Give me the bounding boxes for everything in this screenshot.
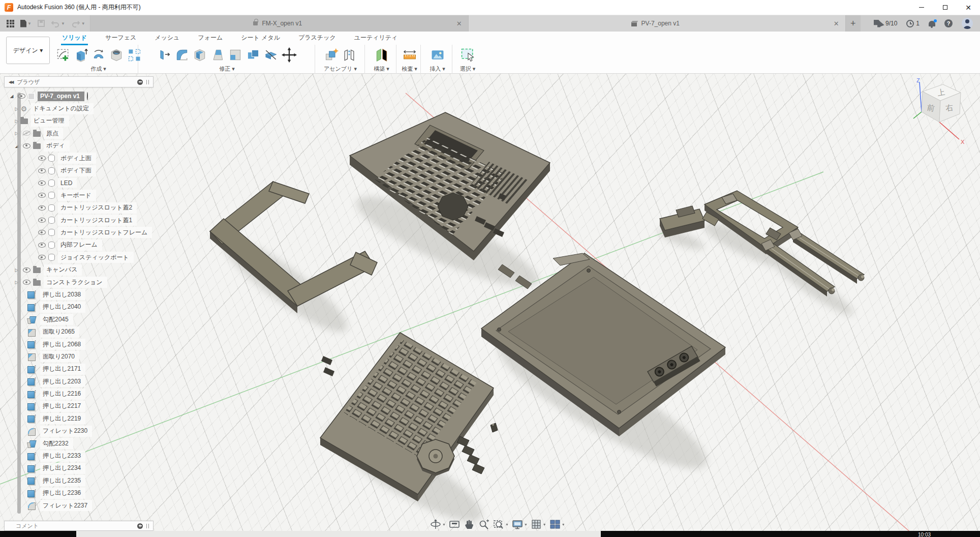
- node-label[interactable]: ボディ上面: [58, 153, 96, 164]
- feature-item[interactable]: 押し出し2236: [4, 487, 154, 499]
- select-button[interactable]: [460, 47, 475, 63]
- visibility-eye-icon[interactable]: [38, 193, 46, 198]
- feature-item[interactable]: 押し出し2235: [4, 474, 154, 487]
- feature-item[interactable]: 押し出し2216: [4, 387, 154, 400]
- expand-arrow-icon[interactable]: [8, 94, 15, 99]
- part-keyboard[interactable]: [320, 333, 494, 501]
- browser-node[interactable]: キャンバス: [4, 263, 154, 276]
- group-label-select[interactable]: 選択 ▾: [454, 65, 481, 74]
- node-label[interactable]: ドキュメントの設定: [30, 103, 94, 114]
- browser-node[interactable]: LED: [4, 177, 154, 189]
- feature-item[interactable]: 押し出し2234: [4, 462, 154, 474]
- split-button[interactable]: [263, 47, 279, 63]
- feature-item[interactable]: 押し出し2219: [4, 412, 154, 425]
- browser-node[interactable]: ボディ: [4, 140, 154, 152]
- tab-close-icon[interactable]: ✕: [834, 20, 839, 27]
- feature-label[interactable]: 押し出し2233: [40, 451, 85, 462]
- feature-label[interactable]: 押し出し2235: [40, 475, 85, 486]
- browser-node[interactable]: ボディ上面: [4, 152, 154, 164]
- feature-label[interactable]: 押し出し2171: [40, 364, 85, 375]
- save-button[interactable]: [36, 17, 46, 30]
- history-status[interactable]: 1: [906, 20, 920, 27]
- feature-label[interactable]: 面取り2065: [40, 326, 79, 338]
- browser-node[interactable]: PV-7_open v1: [4, 90, 154, 102]
- collapse-panel-icon[interactable]: ◀◀: [9, 80, 13, 84]
- visibility-eye-icon[interactable]: [23, 131, 30, 136]
- hole-button[interactable]: [109, 47, 124, 63]
- viewports-button[interactable]: ▼: [549, 519, 565, 530]
- feature-item[interactable]: 押し出し2217: [4, 400, 154, 412]
- visibility-eye-icon[interactable]: [23, 280, 30, 285]
- browser-node[interactable]: ボディ下面: [4, 164, 154, 176]
- feature-label[interactable]: 押し出し2236: [40, 488, 85, 499]
- browser-node[interactable]: カートリッジスロットフレーム: [4, 226, 154, 238]
- tab-form[interactable]: フォーム: [197, 32, 224, 44]
- part-top-case[interactable]: [350, 112, 550, 260]
- visibility-eye-icon[interactable]: [38, 230, 46, 235]
- tab-plastic[interactable]: プラスチック: [297, 32, 337, 44]
- taskbar-window-segment[interactable]: [76, 531, 601, 537]
- browser-node[interactable]: 内部フレーム: [4, 239, 154, 251]
- display-settings-button[interactable]: ▼: [511, 519, 528, 530]
- feature-item[interactable]: 押し出し2068: [4, 338, 154, 350]
- browser-scrollbar[interactable]: [17, 93, 21, 514]
- revolve-button[interactable]: [91, 47, 106, 63]
- visibility-eye-icon[interactable]: [38, 243, 46, 248]
- feature-item[interactable]: 押し出し2233: [4, 450, 154, 462]
- feature-label[interactable]: 面取り2070: [40, 351, 79, 362]
- feature-label[interactable]: 押し出し2203: [40, 376, 85, 387]
- part-cartridge-latch[interactable]: [660, 206, 705, 237]
- create-sketch-button[interactable]: [55, 47, 71, 63]
- node-label[interactable]: 内部フレーム: [58, 240, 102, 251]
- part-bottom-case[interactable]: [481, 253, 725, 436]
- feature-label[interactable]: 押し出し2040: [40, 302, 85, 313]
- zoom-window-button[interactable]: ▼: [493, 519, 509, 530]
- node-label[interactable]: 原点: [44, 128, 63, 139]
- help-button[interactable]: ?: [944, 19, 953, 27]
- new-tab-button[interactable]: +: [845, 15, 861, 32]
- feature-item[interactable]: 面取り2065: [4, 325, 154, 338]
- feature-label[interactable]: 押し出し2217: [40, 401, 85, 412]
- move-button[interactable]: [281, 47, 297, 63]
- draft-button[interactable]: [210, 47, 225, 63]
- maximize-button[interactable]: [933, 0, 957, 15]
- job-status[interactable]: 9/10: [874, 20, 897, 27]
- construction-plane-button[interactable]: [374, 47, 389, 63]
- browser-node[interactable]: ジョイスティックポート: [4, 251, 154, 263]
- group-label-construct[interactable]: 構築 ▾: [367, 65, 396, 74]
- feature-label[interactable]: 押し出し2234: [40, 463, 85, 474]
- node-label[interactable]: コンストラクション: [44, 277, 107, 288]
- grid-settings-button[interactable]: ▼: [530, 519, 546, 530]
- group-label-inspect[interactable]: 検査 ▾: [399, 65, 420, 74]
- extrude-button[interactable]: [73, 47, 88, 63]
- feature-label[interactable]: フィレット2237: [40, 500, 92, 511]
- close-button[interactable]: ✕: [957, 0, 980, 15]
- document-tab-fmx[interactable]: FM-X_open v1 ✕: [90, 15, 468, 32]
- group-label-create[interactable]: 作成 ▾: [59, 65, 138, 74]
- feature-label[interactable]: 勾配2232: [40, 438, 73, 449]
- app-grid-button[interactable]: [5, 17, 16, 30]
- feature-item[interactable]: 押し出し2203: [4, 375, 154, 387]
- feature-item[interactable]: 押し出し2038: [4, 288, 154, 301]
- group-label-assemble[interactable]: アセンブリ ▾: [316, 65, 364, 74]
- minimize-panel-icon[interactable]: [137, 79, 143, 85]
- feature-item[interactable]: フィレット2230: [4, 425, 154, 437]
- visibility-eye-icon[interactable]: [23, 143, 30, 148]
- feature-item[interactable]: 勾配2045: [4, 313, 154, 325]
- comment-panel[interactable]: コメント: [4, 521, 154, 531]
- group-label-insert[interactable]: 挿入 ▾: [423, 65, 452, 74]
- press-pull-button[interactable]: [157, 47, 172, 63]
- part-inner-frame[interactable]: [210, 182, 377, 313]
- panel-grip-icon[interactable]: [146, 80, 149, 84]
- group-label-modify[interactable]: 修正 ▾: [139, 65, 315, 74]
- visibility-eye-icon[interactable]: [38, 255, 46, 260]
- visibility-eye-icon[interactable]: [23, 267, 30, 273]
- node-label[interactable]: ビュー管理: [31, 115, 69, 127]
- look-at-button[interactable]: [448, 519, 461, 530]
- browser-node[interactable]: カートリッジスロット蓋2: [4, 202, 154, 214]
- tab-surface[interactable]: サーフェス: [104, 32, 137, 44]
- feature-item[interactable]: 押し出し2040: [4, 301, 154, 313]
- shell-button[interactable]: [192, 47, 207, 63]
- feature-label[interactable]: 押し出し2038: [40, 289, 85, 300]
- node-label[interactable]: ボディ: [44, 140, 70, 152]
